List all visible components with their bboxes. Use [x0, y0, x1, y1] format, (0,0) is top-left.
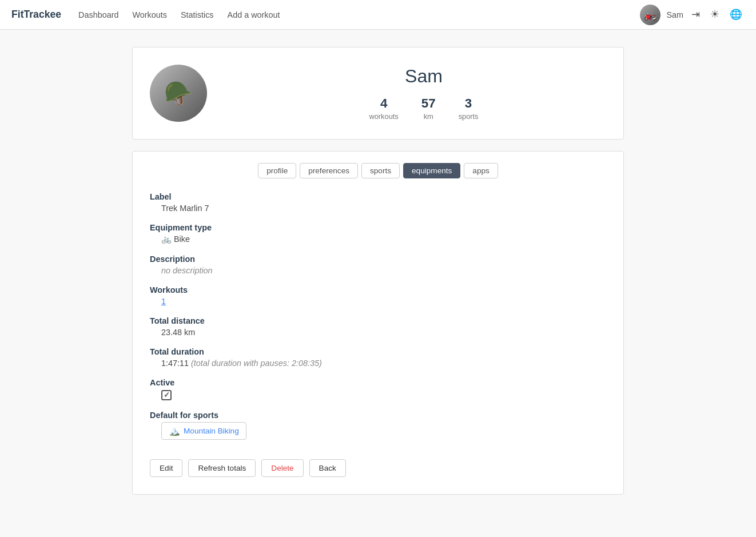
active-checkbox [161, 390, 172, 400]
tab-sports[interactable]: sports [361, 163, 400, 178]
field-default-sports: Default for sports 🏔️ Mountain Biking [150, 411, 606, 440]
stat-sports-label: sports [459, 112, 479, 121]
stat-workouts-label: workouts [369, 112, 399, 121]
duration-value: 1:47:11 (total duration with pauses: 2:0… [150, 359, 606, 368]
theme-toggle-button[interactable]: ☀ [708, 6, 722, 23]
brand-logo[interactable]: FitTrackee [11, 9, 61, 21]
field-description: Description no description [150, 254, 606, 275]
desc-value: no description [150, 266, 606, 275]
stat-km: 57 km [421, 96, 436, 121]
profile-name: Sam [241, 66, 606, 87]
sport-tags: 🏔️ Mountain Biking [150, 422, 606, 440]
language-button[interactable]: 🌐 [727, 6, 745, 23]
desc-title: Description [150, 254, 606, 264]
mountain-biking-icon: 🏔️ [169, 425, 180, 436]
stat-workouts: 4 workouts [369, 96, 399, 121]
workouts-title: Workouts [150, 285, 606, 295]
stat-km-label: km [424, 112, 433, 121]
distance-title: Total distance [150, 316, 606, 325]
footer: FitTrackee v0.8.13 • about • privacy pol… [0, 529, 756, 538]
tab-profile[interactable]: profile [258, 163, 296, 178]
distance-value: 23.48 km [150, 328, 606, 337]
type-title: Equipment type [150, 223, 606, 232]
back-button[interactable]: Back [309, 459, 346, 477]
tab-apps[interactable]: apps [464, 163, 498, 178]
stat-sports-value: 3 [459, 96, 479, 111]
edit-button[interactable]: Edit [150, 459, 182, 477]
nav-add-workout[interactable]: Add a workout [222, 7, 286, 23]
action-row: Edit Refresh totals Delete Back [150, 454, 606, 477]
nav-dashboard[interactable]: Dashboard [73, 7, 124, 23]
field-type: Equipment type 🚲 Bike [150, 223, 606, 244]
nav-username: Sam [666, 10, 683, 19]
label-value: Trek Marlin 7 [150, 204, 606, 213]
user-avatar[interactable] [640, 5, 660, 25]
nav-links: Dashboard Workouts Statistics Add a work… [73, 7, 640, 23]
tab-preferences[interactable]: preferences [300, 163, 358, 178]
duration-note: (total duration with pauses: 2:08:35) [191, 359, 322, 368]
duration-title: Total duration [150, 347, 606, 356]
delete-button[interactable]: Delete [261, 459, 303, 477]
field-label: Label Trek Marlin 7 [150, 192, 606, 213]
stat-workouts-value: 4 [369, 96, 399, 111]
logout-button[interactable]: ⇥ [689, 6, 702, 23]
tabs-row: profile preferences sports equipments ap… [150, 163, 606, 178]
label-title: Label [150, 192, 606, 201]
stat-km-value: 57 [421, 96, 436, 111]
profile-avatar: 🪖 [150, 65, 207, 122]
navbar: FitTrackee Dashboard Workouts Statistics… [0, 0, 756, 30]
type-value: 🚲 Bike [150, 234, 606, 244]
sport-tag-mountain-biking[interactable]: 🏔️ Mountain Biking [161, 422, 246, 440]
active-title: Active [150, 378, 606, 387]
profile-card: 🪖 Sam 4 workouts 57 km 3 sports [132, 47, 624, 140]
stats-row: 4 workouts 57 km 3 sports [241, 96, 606, 121]
profile-stats: Sam 4 workouts 57 km 3 sports [241, 66, 606, 121]
field-distance: Total distance 23.48 km [150, 316, 606, 337]
tabs-card: profile preferences sports equipments ap… [132, 151, 624, 495]
nav-statistics[interactable]: Statistics [175, 7, 220, 23]
field-active: Active [150, 378, 606, 400]
nav-right: Sam ⇥ ☀ 🌐 [640, 5, 745, 25]
main-content: 🪖 Sam 4 workouts 57 km 3 sports pr [121, 47, 635, 495]
bike-icon: 🚲 [161, 234, 174, 244]
default-sports-title: Default for sports [150, 411, 606, 420]
field-workouts: Workouts 1 [150, 285, 606, 306]
field-duration: Total duration 1:47:11 (total duration w… [150, 347, 606, 368]
refresh-button[interactable]: Refresh totals [188, 459, 256, 477]
stat-sports: 3 sports [459, 96, 479, 121]
nav-workouts[interactable]: Workouts [126, 7, 173, 23]
tab-equipments[interactable]: equipments [403, 163, 460, 178]
workouts-value: 1 [150, 297, 606, 306]
